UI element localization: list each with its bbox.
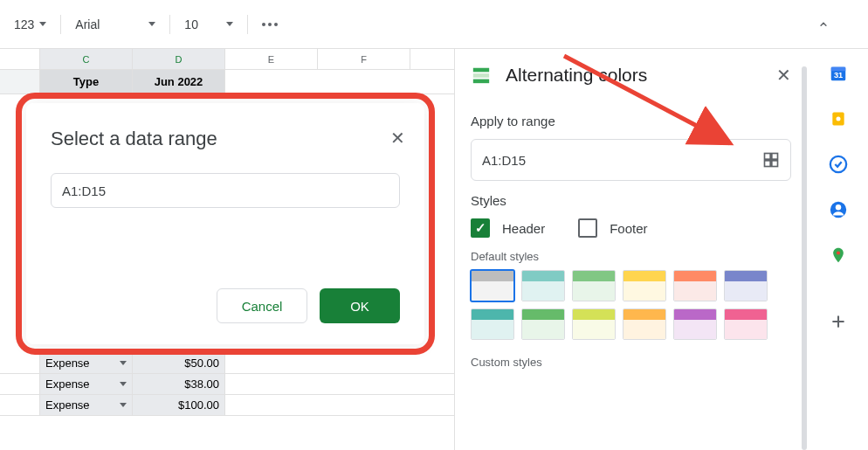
type-cell[interactable]: Expense [40, 374, 133, 394]
calendar-icon[interactable]: 31 [828, 63, 849, 84]
panel-title: Alternating colors [506, 65, 762, 86]
chevron-down-icon [226, 22, 233, 26]
style-swatch[interactable] [572, 308, 616, 340]
type-cell[interactable]: Expense [40, 395, 133, 415]
header-cell[interactable]: Jun 2022 [133, 70, 225, 93]
spreadsheet-area[interactable]: C D E F Type Jun 2022 Expense $50.00 Exp… [0, 49, 454, 450]
custom-styles-label: Custom styles [471, 356, 791, 369]
styles-label: Styles [471, 193, 791, 208]
svg-rect-5 [765, 161, 771, 167]
style-swatch[interactable] [724, 270, 768, 301]
svg-rect-3 [765, 154, 771, 160]
cancel-button[interactable]: Cancel [217, 288, 307, 323]
scrollbar[interactable] [802, 66, 807, 450]
number-format-dropdown[interactable]: 123 [7, 11, 53, 38]
default-styles-swatches [471, 270, 791, 340]
style-swatch[interactable] [572, 270, 616, 301]
style-swatch[interactable] [724, 308, 768, 340]
contacts-icon[interactable] [828, 199, 849, 220]
checkbox-icon [471, 218, 490, 238]
dropdown-icon [120, 361, 127, 365]
ok-button[interactable]: OK [320, 288, 400, 323]
col-header[interactable]: E [225, 49, 318, 69]
footer-checkbox[interactable]: Footer [578, 218, 647, 238]
divider [169, 15, 170, 34]
header-checkbox[interactable]: Header [471, 218, 545, 238]
svg-rect-1 [473, 73, 489, 78]
toolbar: 123 Arial 10 [0, 0, 868, 49]
svg-point-11 [837, 117, 841, 121]
more-icon [262, 23, 278, 26]
range-display[interactable]: A1:D15 [471, 139, 791, 181]
svg-rect-2 [473, 80, 489, 84]
tasks-icon[interactable] [828, 154, 849, 175]
type-cell[interactable]: Expense [40, 353, 133, 373]
chevron-down-icon [148, 22, 155, 26]
amount-cell[interactable]: $50.00 [133, 353, 225, 373]
style-swatch[interactable] [623, 270, 666, 301]
maps-icon[interactable] [828, 245, 849, 266]
header-cell[interactable]: Type [40, 70, 133, 93]
style-swatch[interactable] [471, 308, 514, 340]
amount-cell[interactable]: $38.00 [133, 374, 225, 394]
svg-rect-0 [473, 68, 489, 73]
dropdown-icon [120, 403, 127, 407]
table-row: Expense $50.00 [0, 353, 454, 374]
svg-point-15 [837, 251, 840, 254]
column-headers: C D E F [0, 49, 454, 70]
svg-rect-6 [772, 161, 778, 167]
range-input[interactable] [51, 173, 400, 208]
col-header[interactable]: C [40, 49, 133, 69]
dialog-title: Select a data range [51, 128, 400, 150]
addons-button[interactable] [828, 311, 849, 332]
font-dropdown[interactable]: Arial [68, 11, 162, 38]
chevron-up-icon [817, 18, 830, 31]
style-swatch[interactable] [521, 308, 565, 340]
amount-cell[interactable]: $100.00 [133, 395, 225, 415]
default-styles-label: Default styles [471, 250, 791, 263]
style-swatch[interactable] [673, 308, 717, 340]
panel-close-button[interactable]: ✕ [776, 65, 791, 86]
dialog-close-button[interactable]: ✕ [390, 128, 405, 149]
fontsize-dropdown[interactable]: 10 [177, 11, 240, 38]
header-row: Type Jun 2022 [0, 70, 454, 94]
col-header[interactable]: F [318, 49, 410, 69]
dropdown-icon [120, 382, 127, 386]
style-swatch[interactable] [521, 270, 565, 301]
style-swatch[interactable] [623, 308, 666, 340]
collapse-toolbar-button[interactable] [810, 11, 837, 38]
divider [60, 15, 61, 34]
more-tools-button[interactable] [255, 11, 285, 38]
table-row: Expense $100.00 [0, 395, 454, 416]
divider [247, 15, 248, 34]
select-range-dialog: Select a data range ✕ Cancel OK [26, 103, 424, 344]
style-swatch[interactable] [673, 270, 717, 301]
svg-rect-4 [772, 154, 778, 160]
style-swatch[interactable] [471, 270, 514, 301]
table-row: Expense $38.00 [0, 374, 454, 395]
checkbox-icon [578, 218, 597, 238]
grid-icon[interactable] [762, 151, 780, 169]
apply-range-label: Apply to range [471, 114, 791, 128]
svg-point-14 [836, 204, 841, 210]
alternating-colors-panel: Alternating colors ✕ Apply to range A1:D… [454, 49, 809, 450]
col-header[interactable]: D [133, 49, 225, 69]
side-rail: 31 [809, 49, 868, 450]
keep-icon[interactable] [828, 108, 849, 129]
alternating-colors-icon [471, 65, 492, 86]
range-value: A1:D15 [482, 153, 762, 168]
svg-text:31: 31 [834, 71, 843, 80]
chevron-down-icon [39, 22, 46, 26]
